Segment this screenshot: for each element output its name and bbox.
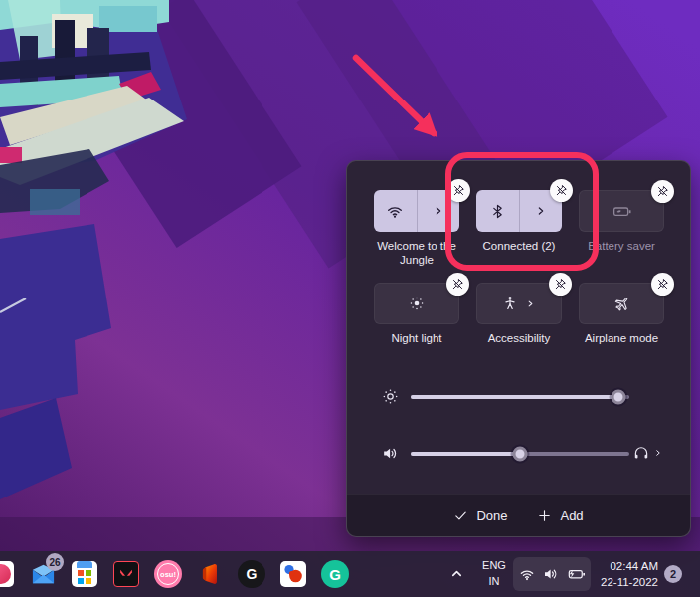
- tray-wifi-icon: [518, 565, 536, 583]
- chevron-right-icon: [652, 447, 664, 459]
- unpin-icon: [656, 185, 669, 198]
- plus-icon: [537, 508, 552, 523]
- taskbar-app-icons: 26 osu!: [0, 560, 349, 588]
- night-light-icon: [408, 295, 426, 312]
- taskbar-app-grammarly[interactable]: G: [321, 560, 349, 588]
- done-button[interactable]: Done: [453, 508, 507, 523]
- add-label: Add: [560, 508, 583, 523]
- language-switcher[interactable]: ENG IN: [475, 558, 513, 590]
- desktop-screen: Welcome to the Jungle Connected (2): [0, 0, 700, 597]
- volume-fill: [411, 452, 520, 456]
- taskbar-app-paint[interactable]: [279, 560, 307, 588]
- language-line1: ENG: [475, 558, 513, 574]
- bluetooth-toggle[interactable]: [476, 190, 519, 232]
- accessibility-tile[interactable]: [476, 283, 562, 324]
- taskbar-app-music[interactable]: [0, 560, 15, 588]
- volume-icon: [381, 444, 400, 463]
- unpin-icon: [656, 278, 669, 291]
- battery-saver-icon: [612, 201, 632, 222]
- brightness-thumb[interactable]: [612, 390, 626, 405]
- quick-settings-panel: Welcome to the Jungle Connected (2): [346, 160, 691, 537]
- battery-saver-tile-label: Battery saver: [564, 239, 679, 253]
- brightness-icon: [381, 387, 400, 406]
- audio-output-button[interactable]: [632, 444, 664, 462]
- airplane-mode-icon: [612, 295, 631, 313]
- check-icon: [453, 508, 468, 523]
- headphones-icon: [632, 444, 650, 462]
- night-light-tile[interactable]: [374, 283, 459, 324]
- osu-icon: osu!: [154, 560, 182, 588]
- wifi-tile-label: Welcome to the Jungle: [359, 239, 474, 268]
- wifi-icon: [385, 201, 405, 221]
- taskbar-app-office[interactable]: [196, 560, 224, 588]
- accessibility-tile-label: Accessibility: [461, 331, 577, 345]
- brightness-slider[interactable]: [411, 395, 629, 399]
- quick-settings-footer: Done Add: [347, 494, 690, 536]
- brightness-fill: [411, 395, 618, 399]
- airplane-mode-tile-label: Airplane mode: [564, 331, 679, 345]
- notification-count-badge[interactable]: 2: [664, 565, 682, 583]
- chevron-up-icon: [449, 566, 464, 581]
- mail-unread-badge: 26: [46, 553, 64, 571]
- grammarly-icon: G: [321, 560, 349, 588]
- unpin-button[interactable]: [651, 273, 674, 296]
- airplane-mode-tile[interactable]: [579, 283, 664, 324]
- volume-thumb[interactable]: [513, 447, 528, 462]
- music-app-icon: [0, 561, 14, 587]
- add-button[interactable]: Add: [537, 508, 583, 523]
- chevron-right-icon: [431, 203, 446, 219]
- wifi-toggle[interactable]: [374, 190, 417, 232]
- bluetooth-tile[interactable]: [476, 190, 562, 232]
- clock[interactable]: 02:44 AM 22-11-2022: [591, 558, 658, 590]
- microsoft-store-icon: [72, 561, 97, 587]
- bluetooth-icon: [489, 203, 506, 220]
- quick-settings-button[interactable]: [513, 557, 591, 591]
- logitech-ghub-icon: G: [238, 560, 265, 588]
- taskbar-app-ghub[interactable]: G: [238, 560, 265, 588]
- paint-app-icon: [280, 561, 306, 587]
- tray-battery-charging-icon: [566, 564, 586, 584]
- battery-saver-tile[interactable]: [579, 190, 664, 232]
- language-line2: IN: [475, 574, 513, 590]
- chevron-right-icon: [524, 298, 537, 310]
- bluetooth-tile-label: Connected (2): [461, 239, 577, 253]
- taskbar-app-valorant[interactable]: [112, 560, 140, 588]
- chevron-right-icon: [533, 203, 549, 219]
- night-light-tile-label: Night light: [359, 331, 474, 345]
- taskbar: 26 osu!: [0, 551, 700, 597]
- taskbar-app-mail[interactable]: 26: [29, 560, 57, 588]
- wifi-tile[interactable]: [374, 190, 459, 232]
- valorant-icon: [113, 561, 139, 587]
- volume-slider[interactable]: [411, 452, 629, 456]
- clock-time: 02:44 AM: [591, 558, 658, 574]
- clock-date: 22-11-2022: [591, 574, 658, 590]
- taskbar-app-osu[interactable]: osu!: [154, 560, 182, 588]
- tray-show-hidden-icons[interactable]: [449, 566, 464, 585]
- accessibility-icon: [501, 295, 519, 312]
- unpin-button[interactable]: [651, 180, 674, 203]
- office-icon: [197, 561, 223, 587]
- done-label: Done: [476, 508, 507, 523]
- tray-volume-icon: [542, 565, 560, 583]
- taskbar-app-microsoft-store[interactable]: [71, 560, 98, 588]
